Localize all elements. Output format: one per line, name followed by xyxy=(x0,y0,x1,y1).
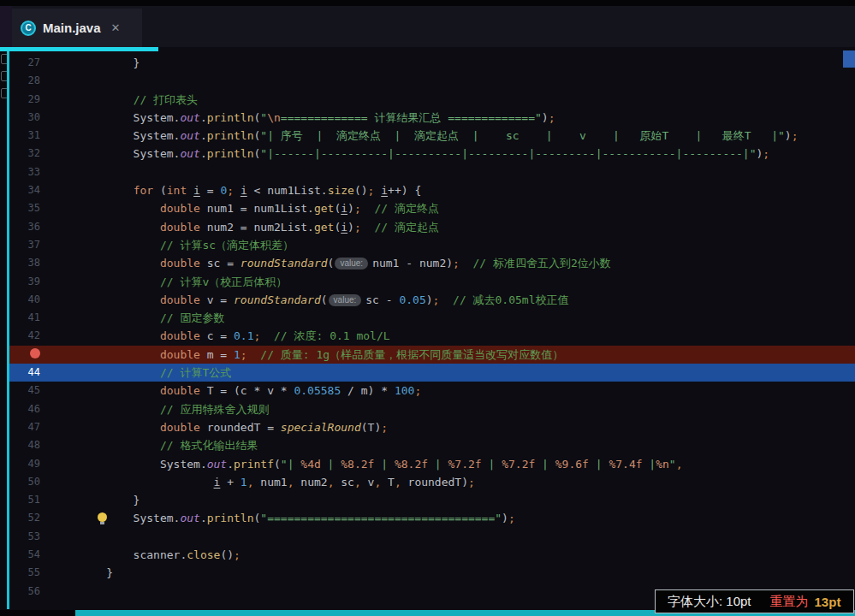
code-line[interactable]: 47 double roundedT = specialRound(T); xyxy=(9,418,855,436)
code-text[interactable]: // 打印表头 xyxy=(80,91,198,109)
code-text[interactable]: double roundedT = specialRound(T); xyxy=(80,418,388,436)
code-line[interactable]: 55 } xyxy=(9,564,855,582)
line-number[interactable]: 45 xyxy=(9,382,40,400)
code-text[interactable]: System.out.println("|------|----------|-… xyxy=(80,145,769,163)
code-line[interactable]: 48 // 格式化输出结果 xyxy=(9,436,855,454)
line-number[interactable]: 46 xyxy=(9,400,40,418)
code-line[interactable]: 27 } xyxy=(9,54,855,72)
line-number[interactable]: 32 xyxy=(9,145,40,163)
code-text[interactable]: scanner.close(); xyxy=(80,546,240,564)
tab-main-java[interactable]: C Main.java ✕ xyxy=(12,9,142,47)
code-line[interactable]: 40 double v = roundStandard(value:sc - 0… xyxy=(9,291,855,309)
code-text[interactable]: // 格式化输出结果 xyxy=(80,436,258,454)
code-text[interactable]: double T = (c * v * 0.05585 / m) * 100; xyxy=(80,382,421,400)
tool-window-icon-2[interactable] xyxy=(1,71,7,81)
code-text[interactable]: double v = roundStandard(value:sc - 0.05… xyxy=(80,291,569,309)
code-line[interactable]: 42 double c = 0.1; // 浓度: 0.1 mol/L xyxy=(9,327,855,345)
code-text[interactable]: double num2 = num2List.get(i); // 滴定起点 xyxy=(80,218,439,236)
code-line[interactable]: 39 // 计算v（校正后体积） xyxy=(9,273,855,291)
code-line[interactable]: 31 System.out.println("| 序号 | 滴定终点 | 滴定起… xyxy=(9,127,855,145)
font-size-reset-value[interactable]: 13pt xyxy=(815,595,841,609)
line-number[interactable]: 28 xyxy=(9,72,40,90)
line-number[interactable]: 27 xyxy=(9,54,40,72)
tab-bar: C Main.java ✕ xyxy=(0,0,855,47)
line-number[interactable]: 33 xyxy=(9,163,40,181)
code-text[interactable]: double sc = roundStandard(value:num1 - n… xyxy=(80,254,611,272)
code-line[interactable]: 33 xyxy=(9,163,855,181)
code-line[interactable]: 35 double num1 = num1List.get(i); // 滴定终… xyxy=(9,199,855,217)
code-text[interactable]: // 计算T公式 xyxy=(80,364,231,382)
line-number[interactable]: 34 xyxy=(9,181,40,199)
window-top-strip xyxy=(0,0,855,6)
font-size-reset-link[interactable]: 重置为 xyxy=(770,594,809,610)
line-number[interactable]: 56 xyxy=(9,583,40,601)
code-text[interactable]: double m = 1; // 质量: 1g（样品质量，根据不同质量适当改写对… xyxy=(80,346,563,364)
line-number[interactable]: 54 xyxy=(9,546,40,564)
line-number[interactable]: 44 xyxy=(9,364,40,382)
line-number[interactable]: 47 xyxy=(9,418,40,436)
tool-window-icon-1[interactable] xyxy=(1,54,7,64)
line-number[interactable]: 53 xyxy=(9,528,40,546)
line-number[interactable]: 51 xyxy=(9,491,40,509)
line-number[interactable]: 39 xyxy=(9,273,40,291)
code-line[interactable]: 51 } xyxy=(9,491,855,509)
line-number[interactable]: 42 xyxy=(9,327,40,345)
code-text[interactable]: System.out.println("| 序号 | 滴定终点 | 滴定起点 |… xyxy=(80,127,798,145)
line-number[interactable]: 55 xyxy=(9,564,40,582)
code-text[interactable]: i + 1, num1, num2, sc, v, T, roundedT); xyxy=(80,473,475,491)
code-line[interactable]: 50 i + 1, num1, num2, sc, v, T, roundedT… xyxy=(9,473,855,491)
line-number[interactable]: 37 xyxy=(9,236,40,254)
code-line[interactable]: 37 // 计算sc（滴定体积差） xyxy=(9,236,855,254)
code-text[interactable]: } xyxy=(80,54,140,72)
code-line[interactable]: 38 double sc = roundStandard(value:num1 … xyxy=(9,254,855,272)
line-number[interactable] xyxy=(9,346,40,364)
line-number[interactable]: 38 xyxy=(9,254,40,272)
tab-title: Main.java xyxy=(43,21,101,35)
code-line[interactable]: 54 scanner.close(); xyxy=(9,546,855,564)
code-line[interactable]: 36 double num2 = num2List.get(i); // 滴定起… xyxy=(9,218,855,236)
code-text[interactable]: } xyxy=(80,491,140,509)
code-line[interactable]: 32 System.out.println("|------|---------… xyxy=(9,145,855,163)
code-text[interactable]: // 计算v（校正后体积） xyxy=(80,273,287,291)
line-number[interactable]: 49 xyxy=(9,455,40,473)
code-text[interactable]: } xyxy=(80,564,113,582)
line-number[interactable]: 35 xyxy=(9,199,40,217)
line-number[interactable]: 30 xyxy=(9,109,40,127)
code-line[interactable]: double m = 1; // 质量: 1g（样品质量，根据不同质量适当改写对… xyxy=(9,346,855,364)
code-editor[interactable]: 27 }2829 // 打印表头30 System.out.println("\… xyxy=(9,50,855,610)
code-line[interactable]: 52 System.out.println("=================… xyxy=(9,509,855,527)
line-number[interactable]: 40 xyxy=(9,291,40,309)
code-text[interactable]: double num1 = num1List.get(i); // 滴定终点 xyxy=(80,199,439,217)
code-line[interactable]: 53 xyxy=(9,528,855,546)
line-number[interactable]: 52 xyxy=(9,509,40,527)
tool-window-icon-3[interactable] xyxy=(1,88,7,98)
breakpoint-icon[interactable] xyxy=(30,348,40,358)
code-line[interactable]: 30 System.out.println("\n============= 计… xyxy=(9,109,855,127)
line-number[interactable]: 29 xyxy=(9,91,40,109)
bottom-bar-gap xyxy=(0,610,75,616)
code-line[interactable]: 44 // 计算T公式 xyxy=(9,364,855,382)
code-line[interactable]: 29 // 打印表头 xyxy=(9,91,855,109)
code-line[interactable]: 41 // 固定参数 xyxy=(9,309,855,327)
line-number[interactable]: 31 xyxy=(9,127,40,145)
code-text[interactable]: System.out.println("====================… xyxy=(80,509,515,527)
line-number[interactable]: 50 xyxy=(9,473,40,491)
code-line[interactable]: 34 for (int i = 0; i < num1List.size(); … xyxy=(9,181,855,199)
line-number[interactable]: 36 xyxy=(9,218,40,236)
code-line[interactable]: 46 // 应用特殊舍入规则 xyxy=(9,400,855,418)
close-tab-icon[interactable]: ✕ xyxy=(111,21,121,34)
code-line[interactable]: 45 double T = (c * v * 0.05585 / m) * 10… xyxy=(9,382,855,400)
line-number[interactable]: 48 xyxy=(9,436,40,454)
scrollbar[interactable] xyxy=(843,50,855,610)
code-text[interactable]: for (int i = 0; i < num1List.size(); i++… xyxy=(80,181,421,199)
line-number[interactable]: 41 xyxy=(9,309,40,327)
code-text[interactable]: // 计算sc（滴定体积差） xyxy=(80,236,294,254)
code-text[interactable]: double c = 0.1; // 浓度: 0.1 mol/L xyxy=(80,327,390,345)
code-text[interactable]: // 固定参数 xyxy=(80,309,224,327)
scrollbar-thumb[interactable] xyxy=(843,50,855,68)
code-text[interactable]: // 应用特殊舍入规则 xyxy=(80,400,269,418)
code-text[interactable]: System.out.println("\n============= 计算结果… xyxy=(80,109,555,127)
code-line[interactable]: 49 System.out.printf("| %4d | %8.2f | %8… xyxy=(9,455,855,473)
code-text[interactable]: System.out.printf("| %4d | %8.2f | %8.2f… xyxy=(80,455,683,473)
code-line[interactable]: 28 xyxy=(9,72,855,90)
